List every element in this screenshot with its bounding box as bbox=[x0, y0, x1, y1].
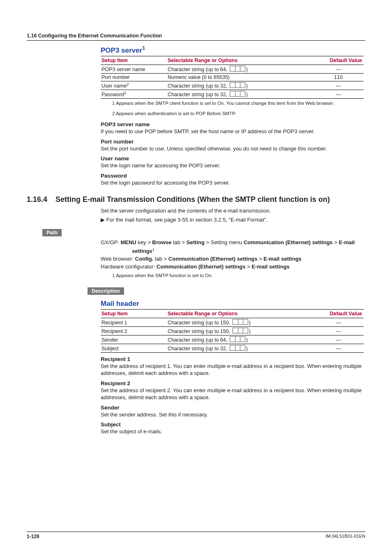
expl-body: Set the login password for accessing the… bbox=[101, 179, 365, 187]
cell-item: Recipient 1 bbox=[101, 318, 167, 326]
section-heading: 1.16.4 Setting E-mail Transmission Condi… bbox=[27, 195, 365, 204]
expl-body: Set the address of recipient 1. You can … bbox=[101, 363, 365, 377]
cell-item: Subject bbox=[101, 344, 167, 352]
section-title: Setting E-mail Transmission Conditions (… bbox=[55, 195, 365, 204]
cell-item: Password2 bbox=[101, 90, 167, 98]
char-icon bbox=[230, 82, 245, 88]
char-icon bbox=[233, 328, 248, 333]
table-row: Recipient 2 Character string (up to 150,… bbox=[101, 326, 364, 335]
cell-default: — bbox=[314, 335, 364, 344]
cell-range: Numeric value (0 to 65535) bbox=[167, 73, 314, 81]
cell-default: — bbox=[314, 81, 364, 90]
table-row: Recipient 1 Character string (up to 150,… bbox=[101, 318, 364, 326]
col-range: Selectable Range or Options bbox=[167, 309, 314, 318]
col-default: Default Value bbox=[314, 56, 364, 65]
path-block: GX/GP: MENU key > Browse tab > Setting >… bbox=[101, 239, 365, 279]
col-default: Default Value bbox=[314, 309, 364, 318]
section-intro-2: ▶ For the mail format, see page 3-55 in … bbox=[101, 216, 365, 224]
cell-default: — bbox=[314, 344, 364, 352]
pop3-title-sup: 1 bbox=[142, 45, 145, 51]
page-number: 1-128 bbox=[27, 534, 39, 539]
section-intro-1: Set the server configuration and the con… bbox=[101, 207, 365, 215]
mail-table: Setup Item Selectable Range or Options D… bbox=[101, 309, 364, 353]
table-row: Port number Numeric value (0 to 65535) 1… bbox=[101, 73, 364, 81]
pop3-footnote-1: 1 Appears when the SMTP client function … bbox=[112, 100, 365, 107]
cell-item: Sender bbox=[101, 335, 167, 344]
char-icon bbox=[230, 336, 245, 342]
expl-head: Port number bbox=[101, 139, 365, 145]
expl-head: Recipient 2 bbox=[101, 380, 365, 386]
cell-item: Port number bbox=[101, 73, 167, 81]
col-range: Selectable Range or Options bbox=[167, 56, 314, 65]
path-label: Path bbox=[42, 229, 62, 236]
col-setup-item: Setup Item bbox=[101, 56, 167, 65]
expl-body: Set the login name for accessing the POP… bbox=[101, 162, 365, 169]
cell-default: — bbox=[314, 326, 364, 335]
expl-head: Recipient 1 bbox=[101, 356, 365, 362]
cell-default: — bbox=[314, 318, 364, 326]
cell-range: Character string (up to 150, ) bbox=[167, 326, 314, 335]
char-icon bbox=[233, 319, 248, 325]
expl-head: Subject bbox=[101, 421, 365, 428]
table-row: User name2 Character string (up to 32, )… bbox=[101, 81, 364, 90]
table-row: POP3 server name Character string (up to… bbox=[101, 65, 364, 73]
cell-range: Character string (up to 32, ) bbox=[167, 344, 314, 352]
cell-default: — bbox=[314, 90, 364, 98]
section-number: 1.16.4 bbox=[27, 195, 55, 204]
char-icon bbox=[230, 66, 245, 72]
cell-range: Character string (up to 150, ) bbox=[167, 318, 314, 326]
expl-body: Set the address of recipient 2. You can … bbox=[101, 387, 365, 401]
expl-head: Sender bbox=[101, 405, 365, 411]
description-label: Description bbox=[88, 287, 124, 295]
char-icon bbox=[230, 345, 245, 351]
expl-head: User name bbox=[101, 155, 365, 162]
cell-range: Character string (up to 32, ) bbox=[167, 90, 314, 98]
mail-title: Mail header bbox=[101, 300, 365, 308]
head-rule bbox=[27, 40, 365, 41]
expl-head: POP3 server name bbox=[101, 121, 365, 127]
table-row: Password2 Character string (up to 32, ) … bbox=[101, 90, 364, 98]
cell-default: — bbox=[314, 65, 364, 73]
doc-id: IM 04L51B01-01EN bbox=[325, 534, 365, 539]
expl-body: Set the subject of e-mails. bbox=[101, 428, 365, 435]
cell-item: Recipient 2 bbox=[101, 326, 167, 335]
running-head: 1.16 Configuring the Ethernet Communicat… bbox=[27, 33, 365, 39]
pop3-title-text: POP3 server bbox=[101, 46, 142, 54]
play-icon: ▶ bbox=[101, 217, 105, 223]
cell-item: POP3 server name bbox=[101, 65, 167, 73]
cell-range: Character string (up to 64, ) bbox=[167, 335, 314, 344]
cell-default: 110 bbox=[314, 73, 364, 81]
cell-item: User name2 bbox=[101, 81, 167, 90]
pop3-title: POP3 server1 bbox=[101, 45, 365, 55]
col-setup-item: Setup Item bbox=[101, 309, 167, 318]
expl-body: Set the sender address. Set this if nece… bbox=[101, 411, 365, 419]
expl-head: Password bbox=[101, 173, 365, 179]
cell-range: Character string (up to 64, ) bbox=[167, 65, 314, 73]
pop3-footnote-2: 2 Appears when authentication is set to … bbox=[112, 111, 365, 117]
table-row: Subject Character string (up to 32, ) — bbox=[101, 344, 364, 352]
cell-range: Character string (up to 32, ) bbox=[167, 81, 314, 90]
table-row: Sender Character string (up to 64, ) — bbox=[101, 335, 364, 344]
expl-body: If you need to use POP before SMTP, set … bbox=[101, 128, 365, 135]
footer: 1-128 IM 04L51B01-01EN bbox=[27, 532, 365, 539]
char-icon bbox=[230, 91, 245, 97]
pop3-table: Setup Item Selectable Range or Options D… bbox=[101, 56, 364, 99]
expl-body: Set the port number to use. Unless speci… bbox=[101, 145, 365, 153]
path-footnote: 1 Appears when the SMTP function is set … bbox=[112, 273, 365, 279]
